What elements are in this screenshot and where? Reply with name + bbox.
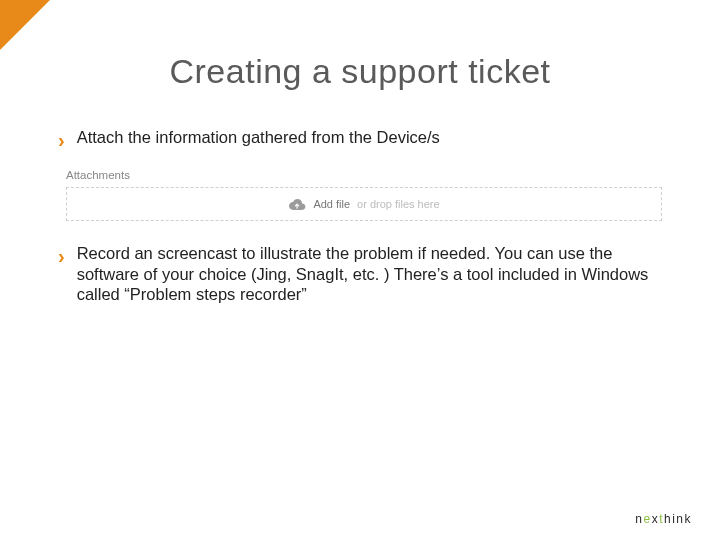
bullet-text: Attach the information gathered from the… bbox=[77, 127, 440, 148]
content-area: › Attach the information gathered from t… bbox=[0, 91, 720, 305]
dropzone-hint: or drop files here bbox=[357, 198, 440, 210]
slide-title: Creating a support ticket bbox=[0, 52, 720, 91]
attachments-label: Attachments bbox=[66, 169, 662, 181]
corner-accent bbox=[0, 0, 50, 50]
chevron-right-icon: › bbox=[58, 245, 65, 267]
logo-part: hink bbox=[664, 512, 692, 526]
cloud-upload-icon bbox=[288, 198, 306, 211]
chevron-right-icon: › bbox=[58, 129, 65, 151]
brand-logo: nexthink bbox=[635, 512, 692, 526]
logo-highlight: e bbox=[643, 512, 651, 526]
file-dropzone[interactable]: Add file or drop files here bbox=[66, 187, 662, 221]
add-file-link[interactable]: Add file bbox=[313, 198, 350, 210]
attachments-block: Attachments Add file or drop files here bbox=[66, 169, 662, 221]
bullet-text: Record an screencast to illustrate the p… bbox=[77, 243, 662, 305]
bullet-item: › Attach the information gathered from t… bbox=[58, 127, 662, 151]
bullet-item: › Record an screencast to illustrate the… bbox=[58, 243, 662, 305]
